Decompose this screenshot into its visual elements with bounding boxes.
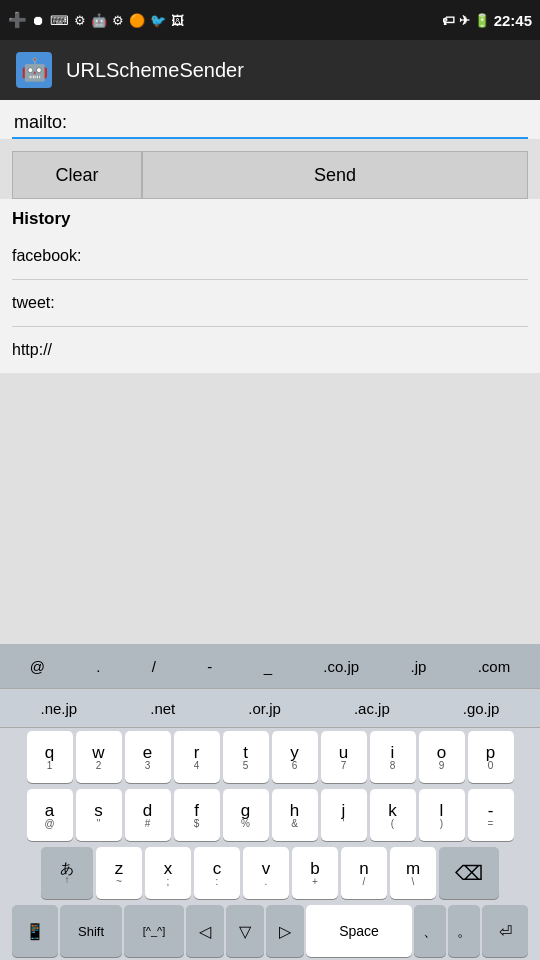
key-b[interactable]: b+ xyxy=(292,847,338,899)
key-p[interactable]: p0 xyxy=(468,731,514,783)
history-item-facebook[interactable]: facebook: xyxy=(12,233,528,280)
history-item-http[interactable]: http:// xyxy=(12,327,528,373)
app-icon: 🤖 xyxy=(16,52,52,88)
key-x[interactable]: x; xyxy=(145,847,191,899)
key-or-jp[interactable]: .or.jp xyxy=(240,696,289,721)
key-net[interactable]: .net xyxy=(142,696,183,721)
key-l[interactable]: l) xyxy=(419,789,465,841)
key-f[interactable]: f$ xyxy=(174,789,220,841)
key-z[interactable]: z~ xyxy=(96,847,142,899)
history-title: History xyxy=(12,209,528,229)
key-j[interactable]: j' xyxy=(321,789,367,841)
keyboard-suggestion-row: .ne.jp .net .or.jp .ac.jp .go.jp xyxy=(0,688,540,728)
enter-key[interactable]: ⏎ xyxy=(482,905,528,957)
key-underscore[interactable]: _ xyxy=(258,654,278,679)
clear-button[interactable]: Clear xyxy=(12,151,142,199)
history-section: History facebook: tweet: http:// xyxy=(0,199,540,373)
key-d[interactable]: d# xyxy=(125,789,171,841)
key-minus[interactable]: -= xyxy=(468,789,514,841)
key-nav-right[interactable]: ▷ xyxy=(266,905,304,957)
keyboard-special-row: @ . / - _ .co.jp .jp .com xyxy=(0,644,540,688)
twitter-icon: 🐦 xyxy=(150,13,166,28)
key-co-jp[interactable]: .co.jp xyxy=(317,654,365,679)
key-r[interactable]: r4 xyxy=(174,731,220,783)
send-button[interactable]: Send xyxy=(142,151,528,199)
airplane-icon: ✈ xyxy=(459,13,470,28)
key-e[interactable]: e3 xyxy=(125,731,171,783)
keyboard-icon: ⌨ xyxy=(50,13,69,28)
key-a[interactable]: a@ xyxy=(27,789,73,841)
language-key[interactable]: 📱 xyxy=(12,905,58,957)
url-input[interactable] xyxy=(12,108,528,139)
shift-key[interactable]: Shift xyxy=(60,905,122,957)
usb-icon: ⚙ xyxy=(74,13,86,28)
keyboard-rows: q1 w2 e3 r4 t5 y6 u7 i8 o9 p0 a@ s" d# f… xyxy=(0,728,540,960)
key-dot[interactable]: . xyxy=(90,654,106,679)
key-row-3: あ↑ z~ x; c: v. b+ n/ m\ ⌫ xyxy=(0,844,540,902)
key-row-1: q1 w2 e3 r4 t5 y6 u7 i8 o9 p0 xyxy=(0,728,540,786)
key-n[interactable]: n/ xyxy=(341,847,387,899)
app-title: URLSchemeSender xyxy=(66,59,244,82)
key-dash[interactable]: - xyxy=(201,654,218,679)
key-at[interactable]: @ xyxy=(24,654,51,679)
keyboard: @ . / - _ .co.jp .jp .com .ne.jp .net .o… xyxy=(0,644,540,960)
status-right: 🏷 ✈ 🔋 22:45 xyxy=(442,12,532,29)
key-g[interactable]: g% xyxy=(223,789,269,841)
key-ac-jp[interactable]: .ac.jp xyxy=(346,696,398,721)
add-icon: ➕ xyxy=(8,11,27,29)
key-jp-toggle[interactable]: あ↑ xyxy=(41,847,93,899)
key-com[interactable]: .com xyxy=(472,654,517,679)
key-jp[interactable]: .jp xyxy=(405,654,433,679)
title-bar: 🤖 URLSchemeSender xyxy=(0,40,540,100)
symbol-key[interactable]: [^_^] xyxy=(124,905,184,957)
battery-icon: 🔋 xyxy=(474,13,490,28)
key-o[interactable]: o9 xyxy=(419,731,465,783)
key-nav-left[interactable]: ◁ xyxy=(186,905,224,957)
key-row-4: 📱 Shift [^_^] ◁ ▽ ▷ Space 、 。 ⏎ xyxy=(0,902,540,960)
key-y[interactable]: y6 xyxy=(272,731,318,783)
label-icon: 🏷 xyxy=(442,13,455,28)
key-row-2: a@ s" d# f$ g% h& j' k( l) -= xyxy=(0,786,540,844)
key-m[interactable]: m\ xyxy=(390,847,436,899)
key-u[interactable]: u7 xyxy=(321,731,367,783)
usb2-icon: ⚙ xyxy=(112,13,124,28)
key-japanese-period[interactable]: 。 xyxy=(448,905,480,957)
backspace-key[interactable]: ⌫ xyxy=(439,847,499,899)
status-bar: ➕ ⏺ ⌨ ⚙ 🤖 ⚙ 🟠 🐦 🖼 🏷 ✈ 🔋 22:45 xyxy=(0,0,540,40)
photo-icon: 🖼 xyxy=(171,13,184,28)
android-icon: 🤖 xyxy=(91,13,107,28)
key-nav-down[interactable]: ▽ xyxy=(226,905,264,957)
key-c[interactable]: c: xyxy=(194,847,240,899)
history-item-tweet[interactable]: tweet: xyxy=(12,280,528,327)
key-h[interactable]: h& xyxy=(272,789,318,841)
key-i[interactable]: i8 xyxy=(370,731,416,783)
key-s[interactable]: s" xyxy=(76,789,122,841)
pocket-icon: 🟠 xyxy=(129,13,145,28)
key-w[interactable]: w2 xyxy=(76,731,122,783)
key-japanese-comma[interactable]: 、 xyxy=(414,905,446,957)
key-slash[interactable]: / xyxy=(146,654,162,679)
key-t[interactable]: t5 xyxy=(223,731,269,783)
url-input-container xyxy=(0,100,540,139)
space-key[interactable]: Space xyxy=(306,905,412,957)
key-ne-jp[interactable]: .ne.jp xyxy=(33,696,86,721)
record-icon: ⏺ xyxy=(32,13,45,28)
key-go-jp[interactable]: .go.jp xyxy=(455,696,508,721)
action-buttons: Clear Send xyxy=(12,151,528,199)
key-v[interactable]: v. xyxy=(243,847,289,899)
status-icons: ➕ ⏺ ⌨ ⚙ 🤖 ⚙ 🟠 🐦 🖼 xyxy=(8,11,184,29)
time-display: 22:45 xyxy=(494,12,532,29)
key-q[interactable]: q1 xyxy=(27,731,73,783)
key-k[interactable]: k( xyxy=(370,789,416,841)
